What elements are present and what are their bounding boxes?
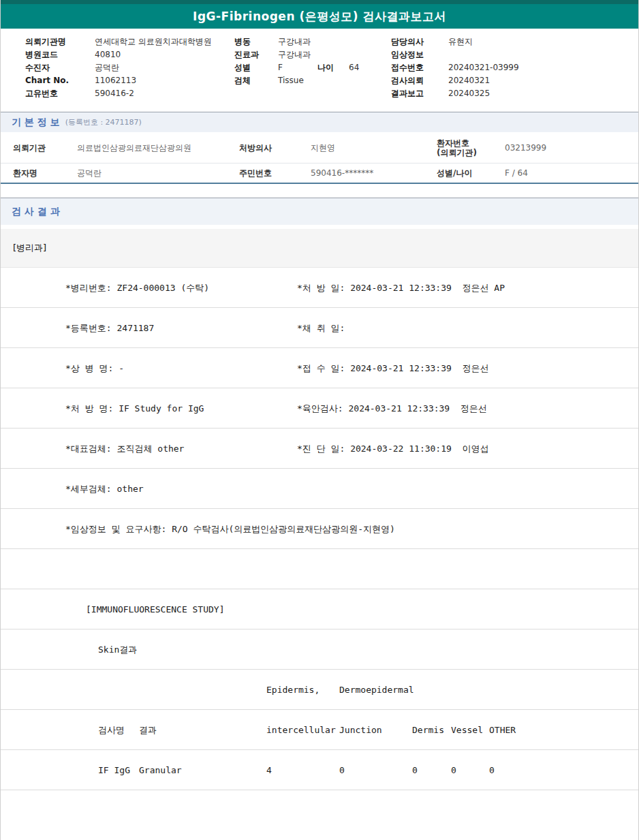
pathology-details: *병리번호: ZF24-000013 (수탁) *처 방 일: 2024-03-… — [1, 268, 638, 790]
detail-row: [IMMUNOFLUORESCENCE STUDY] — [1, 589, 638, 629]
detail-left-text: *등록번호: 2471187 — [65, 308, 154, 348]
cell-label-line1: 환자번호 — [437, 138, 477, 148]
result-other-value: 0 — [489, 750, 495, 790]
field-value: 590416-2 — [95, 89, 134, 98]
report-title: IgG-Fibrinogen (은평성모) 검사결과보고서 — [193, 9, 446, 25]
detail-row: Skin결과 — [1, 629, 638, 670]
detail-row: *대표검체: 조직검체 other *진 단 일: 2024-03-22 11:… — [1, 429, 638, 469]
field-value: 64 — [349, 63, 359, 72]
cell-value: 590416-******* — [311, 168, 373, 178]
field-value: 11062113 — [95, 76, 136, 85]
result-vessel-value: 0 — [451, 750, 456, 790]
result-test-name: IF IgG — [98, 750, 130, 790]
detail-row: *상 병 명: - *접 수 일: 2024-03-21 12:33:39 정은… — [1, 348, 638, 388]
field-label: 임상정보 — [391, 48, 448, 61]
field-value: 구강내과 — [278, 37, 311, 46]
detail-row: *등록번호: 2471187 *채 취 일: — [1, 308, 638, 348]
result-table-row: IF IgG Granular 4 0 0 0 0 — [1, 750, 638, 790]
department-label: [병리과] — [13, 242, 46, 254]
field-label: 검체 — [234, 74, 278, 87]
basic-info-section-header: 기 본 정 보 (등록번호 : 2471187) — [1, 112, 638, 132]
field-value: 공덕란 — [95, 63, 119, 72]
field-value: F — [278, 61, 317, 74]
header-row: 성별F나이64 — [234, 61, 359, 74]
cell-label: 처방의사 — [239, 142, 272, 153]
report-header: 의뢰기관명연세대학교 의료원치과대학병원 병원코드40810 수진자공덕란 Ch… — [1, 29, 638, 112]
report-page: IgG-Fibrinogen (은평성모) 검사결과보고서 의뢰기관명연세대학교… — [0, 0, 639, 840]
field-label: 담당의사 — [391, 35, 448, 48]
col-header-junction: Junction — [339, 710, 382, 750]
cell-value: 의료법인삼광의료재단삼광의원 — [77, 142, 191, 153]
header-row: 병동구강내과 — [234, 35, 359, 48]
header-row: 검사의뢰20240321 — [391, 74, 519, 87]
table-row: 의뢰기관 의료법인삼광의료재단삼광의원 처방의사 지현영 환자번호(의뢰기관) … — [1, 132, 638, 164]
field-value: 20240325 — [448, 89, 490, 98]
field-value: 40810 — [95, 50, 121, 59]
basic-info-heading: 기 본 정 보 — [12, 116, 60, 129]
cell-label: 의뢰기관 — [13, 142, 46, 153]
header-row: 담당의사유현지 — [391, 35, 519, 48]
header-col-visit: 병동구강내과 진료과구강내과 성별F나이64 검체Tissue — [234, 35, 359, 87]
field-value: 구강내과 — [278, 50, 311, 59]
cell-value: F / 64 — [505, 168, 528, 178]
detail-row-blank — [1, 549, 638, 589]
field-value: 유현지 — [448, 37, 473, 46]
detail-right-text: *접 수 일: 2024-03-21 12:33:39 정은선 — [297, 348, 489, 388]
registration-number: (등록번호 : 2471187) — [65, 117, 142, 127]
cell-value: 03213999 — [505, 143, 546, 153]
cell-value: 공덕란 — [77, 168, 102, 179]
cell-label: 주민번호 — [239, 168, 272, 179]
detail-left-text: *세부검체: other — [65, 469, 144, 509]
detail-row: *임상정보 및 요구사항: R/O 수탁검사(의료법인삼광의료재단삼광의원-지현… — [1, 509, 638, 549]
table-row: 환자명 공덕란 주민번호 590416-******* 성별/나이 F / 64 — [1, 164, 638, 184]
field-value: 연세대학교 의료원치과대학병원 — [95, 37, 212, 46]
detail-right-text: *채 취 일: — [297, 308, 345, 348]
field-label: Chart No. — [25, 74, 95, 87]
result-junction-value: 0 — [339, 750, 345, 790]
detail-left-text: *처 방 명: IF Study for IgG — [65, 388, 204, 429]
col-header-result: 결과 — [139, 710, 157, 750]
field-label: 병동 — [234, 35, 278, 48]
result-table-header-top: Epidermis, Dermoepidermal — [1, 670, 638, 710]
field-label: 고유번호 — [25, 87, 95, 100]
field-value: 20240321-03999 — [448, 63, 519, 72]
header-row: 의뢰기관명연세대학교 의료원치과대학병원 — [25, 35, 212, 48]
detail-right-text: *진 단 일: 2024-03-22 11:30:19 이영섭 — [297, 429, 489, 469]
field-label: 수진자 — [25, 61, 95, 74]
col-header-epidermis: Epidermis, — [266, 670, 320, 710]
detail-right-text: *처 방 일: 2024-03-21 12:33:39 정은선 AP — [297, 268, 505, 308]
field-label: 성별 — [234, 61, 278, 74]
detail-row: *세부검체: other — [1, 469, 638, 509]
basic-info-table: 의뢰기관 의료법인삼광의료재단삼광의원 처방의사 지현영 환자번호(의뢰기관) … — [1, 132, 638, 184]
result-intercellular-value: 4 — [266, 750, 272, 790]
field-value: 20240321 — [448, 76, 490, 85]
header-row: Chart No.11062113 — [25, 74, 212, 87]
field-label: 병원코드 — [25, 48, 95, 61]
header-col-hospital: 의뢰기관명연세대학교 의료원치과대학병원 병원코드40810 수진자공덕란 Ch… — [25, 35, 212, 100]
results-section-header: 검 사 결 과 — [1, 198, 638, 225]
cell-value: 지현영 — [311, 142, 335, 153]
header-row: 고유번호590416-2 — [25, 87, 212, 100]
detail-left-text: *임상정보 및 요구사항: R/O 수탁검사(의료법인삼광의료재단삼광의원-지현… — [65, 509, 395, 549]
header-row: 병원코드40810 — [25, 48, 212, 61]
study-title: [IMMUNOFLUORESCENCE STUDY] — [86, 589, 225, 629]
field-label: 결과보고 — [391, 87, 448, 100]
col-header-test: 검사명 — [98, 710, 125, 750]
header-row: 임상정보 — [391, 48, 519, 61]
field-value: Tissue — [278, 76, 304, 85]
detail-row: *처 방 명: IF Study for IgG *육안검사: 2024-03-… — [1, 388, 638, 429]
detail-row: *병리번호: ZF24-000013 (수탁) *처 방 일: 2024-03-… — [1, 268, 638, 308]
field-label: 진료과 — [234, 48, 278, 61]
detail-left-text: *상 병 명: - — [65, 348, 124, 388]
department-band: [병리과] — [1, 229, 638, 268]
col-header-vessel: Vessel — [451, 710, 483, 750]
detail-right-text: *육안검사: 2024-03-21 12:33:39 정은선 — [297, 388, 487, 429]
detail-left-text: *병리번호: ZF24-000013 (수탁) — [65, 268, 209, 308]
cell-label: 환자명 — [13, 168, 37, 179]
cell-label-line2: (의뢰기관) — [437, 148, 477, 157]
detail-left-text: *대표검체: 조직검체 other — [65, 429, 184, 469]
header-row: 수진자공덕란 — [25, 61, 212, 74]
cell-label: 성별/나이 — [437, 168, 472, 179]
col-header-intercellular: intercellular — [266, 710, 336, 750]
header-row: 검체Tissue — [234, 74, 359, 87]
